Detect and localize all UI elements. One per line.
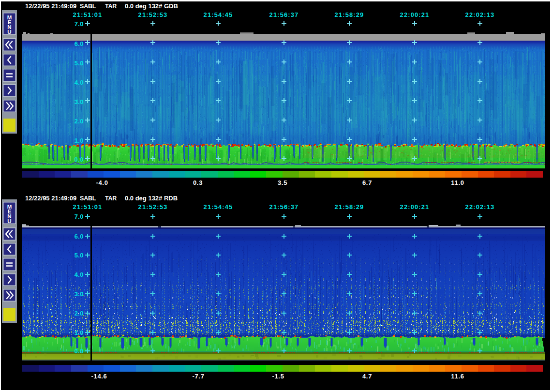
svg-text:U: U <box>7 29 11 35</box>
svg-text:U: U <box>7 218 11 224</box>
